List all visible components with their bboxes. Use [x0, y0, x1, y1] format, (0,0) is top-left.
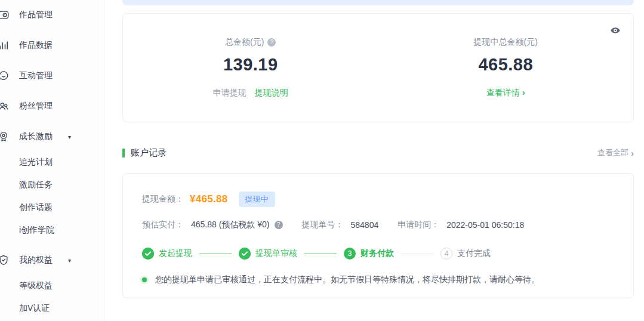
sidebar-item-light-chasing-plan[interactable]: 追光计划 [0, 156, 53, 168]
withdraw-progress-steps: 发起提现 提现单审核 3 财务付款 4 支付完成 [142, 248, 614, 260]
sidebar-item-my-benefits[interactable]: 我的权益 ▾ [0, 254, 71, 266]
video-icon [0, 9, 10, 21]
estimated-pay-label: 预估实付： [142, 220, 184, 230]
sidebar-item-growth-incentive[interactable]: 成长激励 ▾ [0, 131, 71, 143]
step-connector [304, 254, 337, 254]
apply-time-value: 2022-05-01 06:50:18 [446, 220, 524, 230]
section-accent-bar [122, 149, 125, 158]
total-amount-label-row: 总金额(元) ? [225, 37, 276, 48]
chevron-down-icon: ▾ [68, 134, 71, 140]
total-amount-block: 总金额(元) ? 139.19 申请提现 提现说明 [123, 36, 378, 122]
step-label: 发起提现 [159, 248, 192, 259]
chevron-right-icon: › [522, 87, 525, 97]
main-content: 总金额(元) ? 139.19 申请提现 提现说明 提现中总金额(元) 465.… [122, 0, 634, 321]
view-all-label: 查看全部 [597, 147, 628, 158]
fans-icon [0, 100, 10, 112]
view-all-link[interactable]: 查看全部 › [597, 147, 634, 158]
sidebar-item-label: 作品管理 [19, 10, 53, 20]
sidebar-item-label: 成长激励 [19, 131, 53, 142]
step-number: 4 [440, 248, 452, 260]
view-details-link[interactable]: 查看详情 › [486, 88, 525, 98]
bar-chart-icon [0, 39, 10, 51]
step-payment-complete: 4 支付完成 [440, 248, 491, 260]
toggle-visibility-eye-icon[interactable] [611, 27, 620, 34]
sidebar-item-label: 互动管理 [19, 70, 53, 81]
notice-banner [122, 0, 634, 5]
sidebar-item-creation-topics[interactable]: 创作话题 [0, 202, 53, 214]
sidebar-item-works-data[interactable]: 作品数据 [0, 39, 53, 51]
help-icon[interactable]: ? [275, 221, 283, 229]
sidebar-item-label: 作品数据 [19, 40, 53, 51]
sidebar-item-v-certification[interactable]: 加V认证 [0, 303, 50, 314]
step-initiate-withdraw: 发起提现 [142, 248, 192, 260]
step-finance-payment: 3 财务付款 [344, 248, 394, 260]
sidebar-item-creator-academy[interactable]: i创作学院 [0, 224, 54, 236]
sidebar-item-label: 粉丝管理 [19, 101, 53, 112]
shield-icon [0, 254, 10, 266]
step-withdraw-review: 提现单审核 [239, 248, 297, 260]
sidebar-subitem-label: 追光计划 [19, 157, 53, 168]
sidebar: 作品管理 作品数据 互动管理 粉丝管理 [0, 0, 105, 321]
sidebar-subitem-label: i创作学院 [19, 225, 54, 236]
withdrawing-amount-label: 提现中总金额(元) [474, 37, 538, 48]
sidebar-subitem-label: 激励任务 [19, 180, 53, 190]
withdraw-amount-label: 提现金额： [142, 194, 184, 205]
total-amount-label: 总金额(元) [225, 37, 264, 48]
sidebar-item-label: 我的权益 [19, 255, 53, 266]
step-connector [199, 254, 232, 254]
withdraw-amount-value: ¥465.88 [190, 193, 228, 205]
status-badge: 提现中 [239, 192, 275, 207]
sidebar-subitem-label: 等级权益 [19, 280, 53, 291]
chevron-down-icon: ▾ [68, 257, 71, 264]
withdraw-instructions-link[interactable]: 提现说明 [255, 88, 288, 98]
medal-icon [0, 131, 10, 143]
withdraw-meta-row: 预估实付： 465.88 (预估税款 ¥0) ? 提现单号： 584804 申请… [142, 220, 614, 230]
order-number-label: 提现单号： [302, 220, 344, 230]
sidebar-item-incentive-tasks[interactable]: 激励任务 [0, 179, 53, 191]
total-amount-value: 139.19 [123, 55, 378, 75]
help-icon[interactable]: ? [267, 38, 276, 47]
view-details-label: 查看详情 [486, 88, 520, 97]
step-connector [401, 254, 433, 254]
estimated-pay-value: 465.88 (预估税款 ¥0) [191, 220, 270, 230]
chevron-right-icon: › [631, 149, 634, 158]
sidebar-item-level-benefits[interactable]: 等级权益 [0, 280, 53, 292]
step-label: 支付完成 [457, 248, 491, 259]
account-records-header: 账户记录 查看全部 › [122, 147, 634, 159]
comment-icon [0, 70, 10, 82]
check-icon [142, 248, 154, 260]
withdrawing-amount-value: 465.88 [378, 55, 634, 75]
sidebar-item-interaction-manage[interactable]: 互动管理 [0, 70, 53, 82]
check-icon [239, 248, 251, 260]
sidebar-item-works-manage[interactable]: 作品管理 [0, 9, 53, 21]
step-label: 财务付款 [360, 248, 394, 259]
withdraw-amount-row: 提现金额： ¥465.88 提现中 [142, 192, 614, 207]
sidebar-subitem-label: 创作话题 [19, 202, 53, 213]
order-number-value: 584804 [351, 220, 379, 230]
withdraw-status-row: 您的提现单申请已审核通过，正在支付流程中。如无节假日等特殊情况，将尽快排期打款，… [142, 274, 614, 285]
balance-summary-card: 总金额(元) ? 139.19 申请提现 提现说明 提现中总金额(元) 465.… [122, 13, 634, 122]
sidebar-item-fans-manage[interactable]: 粉丝管理 [0, 100, 53, 112]
sidebar-subitem-label: 加V认证 [19, 303, 50, 314]
withdrawing-amount-block: 提现中总金额(元) 465.88 查看详情 › [378, 36, 634, 122]
status-dot-icon [142, 277, 147, 282]
apply-time-label: 申请时间： [398, 220, 439, 230]
apply-withdraw-button[interactable]: 申请提现 [213, 88, 246, 98]
step-number: 3 [344, 248, 356, 260]
withdraw-record-card: 提现金额： ¥465.88 提现中 预估实付： 465.88 (预估税款 ¥0)… [122, 173, 634, 298]
status-message: 您的提现单申请已审核通过，正在支付流程中。如无节假日等特殊情况，将尽快排期打款，… [155, 274, 540, 285]
section-title: 账户记录 [131, 147, 167, 159]
step-label: 提现单审核 [255, 248, 297, 259]
